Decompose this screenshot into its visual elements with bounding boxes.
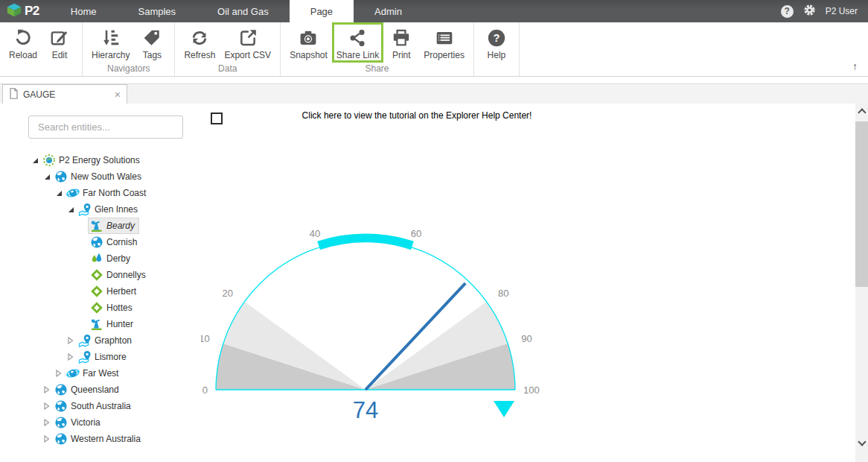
user-name[interactable]: P2 User <box>826 6 858 16</box>
ribbon-button-label: Print <box>392 50 411 60</box>
tree-node-queensland[interactable]: Queensland <box>0 382 201 398</box>
ribbon-button-label: Export CSV <box>224 50 271 60</box>
globe-icon <box>54 432 68 446</box>
tree-node-far-west[interactable]: Far West <box>0 365 201 382</box>
tree-node-hunter[interactable]: Hunter <box>0 316 201 332</box>
expander-spacer <box>77 238 88 246</box>
tree-node-south-australia[interactable]: South Australia <box>0 398 201 414</box>
tree-node-victoria[interactable]: Victoria <box>0 414 201 431</box>
nav-tab-oil-and-gas[interactable]: Oil and Gas <box>197 0 290 22</box>
ribbon-button-export-csv[interactable]: Export CSV <box>220 22 275 62</box>
expander-expanded-icon[interactable] <box>30 156 40 164</box>
ribbon-button-reload[interactable]: Reload <box>4 22 42 62</box>
tree-node-content: Glen Innes <box>76 201 142 218</box>
tree-node-content: Lismore <box>76 349 131 365</box>
tree-node-glen-innes[interactable]: Glen Innes <box>0 201 201 218</box>
tree-node-beardy[interactable]: Beardy <box>0 218 201 234</box>
reload-icon <box>13 28 33 48</box>
globe-icon <box>90 235 103 249</box>
expander-collapsed-icon[interactable] <box>66 337 76 344</box>
search-input[interactable] <box>28 116 183 139</box>
gear-icon[interactable] <box>802 3 817 20</box>
expander-spacer <box>77 288 88 295</box>
diamond-icon <box>90 301 103 314</box>
tree-node-western-australia[interactable]: Western Australia <box>0 431 201 447</box>
ribbon-button-hierarchy[interactable]: Hierarchy <box>87 22 134 62</box>
export-csv-icon <box>237 28 258 48</box>
map-pin-icon <box>78 203 92 216</box>
map-pin-icon <box>78 334 92 347</box>
hierarchy-icon <box>100 28 121 48</box>
tree-node-content: South Australia <box>52 398 135 414</box>
nav-tab-page[interactable]: Page <box>290 0 354 22</box>
entity-tree: P2 Energy SolutionsNew South WalesFar No… <box>0 152 201 447</box>
expander-spacer <box>77 304 88 311</box>
ribbon-substrip <box>0 77 868 83</box>
gauge-tick-label-100: 100 <box>523 385 540 396</box>
ribbon-button-print[interactable]: Print <box>383 22 419 62</box>
ribbon-button-help[interactable]: ?Help <box>479 22 514 62</box>
tree-node-donnellys[interactable]: Donnellys <box>0 267 201 283</box>
ribbon-group-label <box>4 63 77 76</box>
close-tab-icon[interactable]: × <box>115 89 121 101</box>
tree-node-label: Queensland <box>71 385 119 395</box>
collapse-ribbon-icon[interactable]: ↑ <box>852 61 858 72</box>
tree-node-new-south-wales[interactable]: New South Wales <box>0 168 201 185</box>
tree-node-graphton[interactable]: Graphton <box>0 332 201 349</box>
expander-expanded-icon[interactable] <box>66 206 76 213</box>
globe-icon <box>54 416 68 429</box>
expander-expanded-icon[interactable] <box>42 173 52 180</box>
help-circle-icon[interactable]: ? <box>781 5 794 18</box>
top-nav-bar: P2 HomeSamplesOil and GasPageAdmin ? P2 … <box>0 0 868 22</box>
expander-collapsed-icon[interactable] <box>42 435 52 443</box>
gauge-tick-label-80: 80 <box>498 288 508 299</box>
properties-icon <box>434 28 454 48</box>
diamond-icon <box>90 268 103 282</box>
globe-icon <box>54 399 68 413</box>
expander-collapsed-icon[interactable] <box>54 370 64 377</box>
ribbon-button-label: Edit <box>52 50 68 60</box>
globe-network-icon <box>66 367 80 380</box>
expander-collapsed-icon[interactable] <box>42 386 52 393</box>
tab-gauge-label: GAUGE <box>23 89 55 100</box>
diamond-icon <box>90 285 103 298</box>
ribbon-button-share-link[interactable]: Share Link <box>332 22 383 63</box>
ribbon-button-label: Help <box>488 50 506 60</box>
nav-tab-samples[interactable]: Samples <box>117 0 197 22</box>
expander-collapsed-icon[interactable] <box>42 419 52 426</box>
ribbon-button-label: Tags <box>143 50 162 60</box>
expander-collapsed-icon[interactable] <box>42 402 52 410</box>
gauge-tick-label-0: 0 <box>202 385 208 396</box>
ribbon-button-properties[interactable]: Properties <box>419 22 469 62</box>
tree-node-derby[interactable]: Derby <box>0 250 201 267</box>
scroll-up-button[interactable] <box>855 106 868 118</box>
ribbon-button-label: Properties <box>424 50 465 60</box>
expander-expanded-icon[interactable] <box>54 189 64 197</box>
ribbon-button-tags[interactable]: Tags <box>134 22 170 62</box>
nav-tab-admin[interactable]: Admin <box>354 0 423 22</box>
tree-node-p2-energy-solutions[interactable]: P2 Energy Solutions <box>0 152 201 168</box>
tree-node-label: South Australia <box>71 401 131 411</box>
tree-node-content: Hottes <box>88 300 137 316</box>
p2-logo-icon <box>6 1 22 21</box>
expander-spacer <box>77 255 88 262</box>
tab-gauge[interactable]: GAUGE × <box>2 84 127 104</box>
gauge-tick-label-90: 90 <box>521 333 532 344</box>
ribbon-button-snapshot[interactable]: Snapshot <box>285 22 332 62</box>
expander-collapsed-icon[interactable] <box>66 353 76 361</box>
ribbon-button-refresh[interactable]: Refresh <box>179 22 220 62</box>
tree-node-lismore[interactable]: Lismore <box>0 349 201 365</box>
ribbon-group-label: Share <box>285 63 469 76</box>
ribbon-button-edit[interactable]: Edit <box>42 22 77 62</box>
tree-node-cornish[interactable]: Cornish <box>0 234 201 250</box>
globe-network-icon <box>66 186 80 200</box>
tree-node-label: Far West <box>83 368 118 379</box>
nav-tab-home[interactable]: Home <box>50 0 118 22</box>
tree-node-hottes[interactable]: Hottes <box>0 300 201 316</box>
scroll-down-button[interactable] <box>855 437 868 450</box>
tree-node-far-north-coast[interactable]: Far North Coast <box>0 185 201 201</box>
tree-node-herbert[interactable]: Herbert <box>0 283 201 300</box>
gauge-tick-label-20: 20 <box>223 288 233 299</box>
scrollbar-thumb[interactable] <box>855 121 868 287</box>
help-icon: ? <box>486 28 506 48</box>
